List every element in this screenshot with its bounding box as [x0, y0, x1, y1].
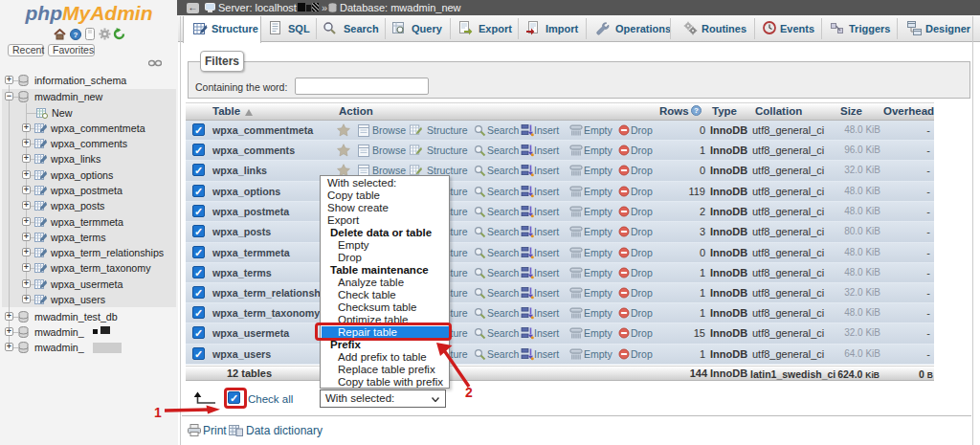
svg-text:?: ? — [74, 31, 78, 39]
svg-text:?: ? — [694, 106, 699, 115]
